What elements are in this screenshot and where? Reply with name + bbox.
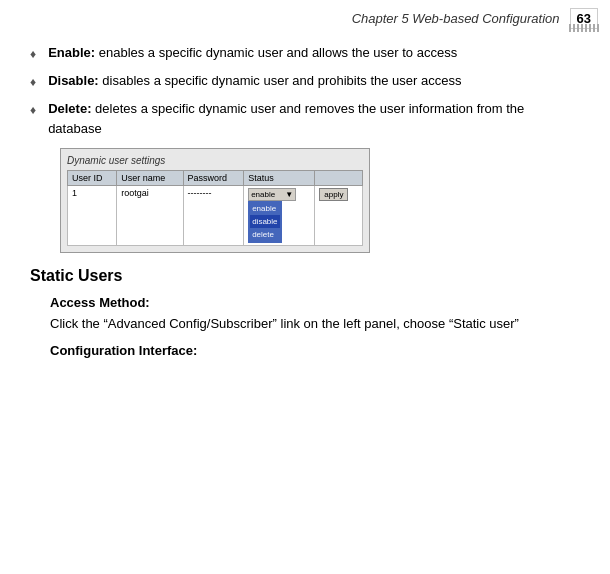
static-users-section: Static Users Access Method: Click the “A… — [30, 267, 580, 359]
option-enable[interactable]: enable — [250, 202, 279, 215]
col-password: Password — [183, 171, 244, 186]
apply-button[interactable]: apply — [319, 188, 348, 201]
dropdown-selected-value: enable — [251, 190, 275, 199]
chapter-title: Chapter 5 Web-based Configuration — [12, 11, 570, 26]
bullet-text-2: Disable: disables a specific dynamic use… — [48, 71, 461, 91]
bullet-list: ♦ Enable: enables a specific dynamic use… — [30, 43, 580, 138]
static-users-title: Static Users — [30, 267, 580, 285]
option-disable[interactable]: disable — [250, 215, 279, 228]
page-number: 63 — [570, 8, 598, 29]
cell-user-id: 1 — [68, 186, 117, 246]
dynamic-user-table: User ID User name Password Status 1 root… — [67, 170, 363, 246]
list-item: ♦ Delete: deletes a specific dynamic use… — [30, 99, 580, 138]
bullet-icon-1: ♦ — [30, 45, 36, 63]
config-interface-label: Configuration Interface: — [50, 343, 580, 358]
cell-apply: apply — [315, 186, 363, 246]
bullet-keyword-2: Disable: — [48, 73, 99, 88]
col-status: Status — [244, 171, 315, 186]
bullet-text-3: Delete: deletes a specific dynamic user … — [48, 99, 580, 138]
cell-password: -------- — [183, 186, 244, 246]
access-method-text: Click the “Advanced Config/Subscriber” l… — [50, 314, 580, 334]
dynamic-user-screenshot: Dynamic user settings User ID User name … — [60, 148, 370, 253]
col-user-id: User ID — [68, 171, 117, 186]
col-action — [315, 171, 363, 186]
access-method-label: Access Method: — [50, 295, 580, 310]
list-item: ♦ Disable: disables a specific dynamic u… — [30, 71, 580, 91]
bullet-keyword-3: Delete: — [48, 101, 91, 116]
cell-username: rootgai — [117, 186, 183, 246]
col-user-name: User name — [117, 171, 183, 186]
access-method-subsection: Access Method: Click the “Advanced Confi… — [50, 295, 580, 359]
list-item: ♦ Enable: enables a specific dynamic use… — [30, 43, 580, 63]
bullet-keyword-1: Enable: — [48, 45, 95, 60]
status-dropdown-header[interactable]: enable ▼ — [248, 188, 296, 201]
dropdown-arrow-icon: ▼ — [285, 190, 293, 199]
bullet-icon-2: ♦ — [30, 73, 36, 91]
page-header: Chapter 5 Web-based Configuration 63 — [0, 0, 610, 33]
cell-status: enable ▼ enable disable delete — [244, 186, 315, 246]
bullet-text-1: Enable: enables a specific dynamic user … — [48, 43, 457, 63]
main-content: ♦ Enable: enables a specific dynamic use… — [0, 33, 610, 372]
bullet-icon-3: ♦ — [30, 101, 36, 119]
dropdown-options: enable disable delete — [248, 201, 281, 243]
option-delete[interactable]: delete — [250, 228, 279, 241]
screenshot-title: Dynamic user settings — [67, 155, 363, 166]
table-row: 1 rootgai -------- enable ▼ enable disab… — [68, 186, 363, 246]
